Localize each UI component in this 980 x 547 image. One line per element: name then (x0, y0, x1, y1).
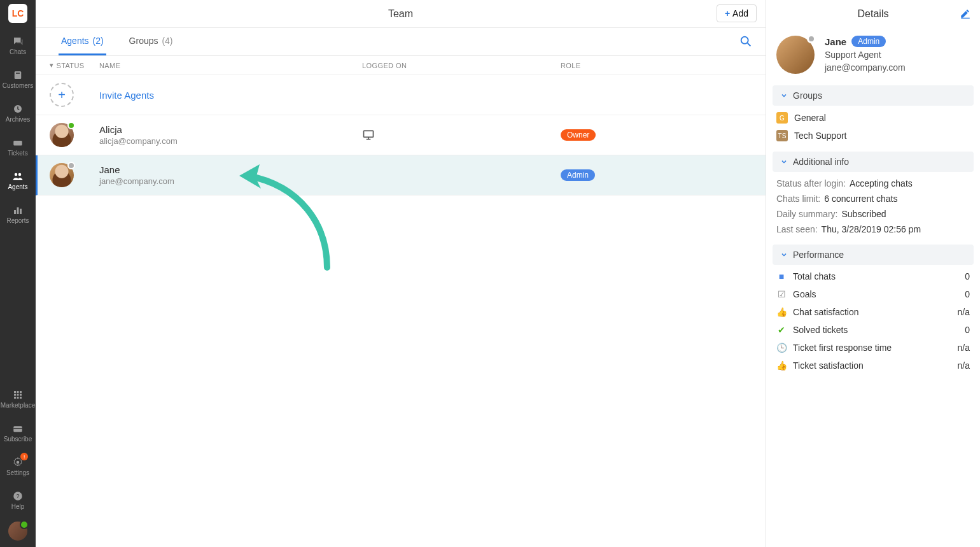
perf-label: Solved tickets (793, 325, 958, 335)
svg-point-4 (15, 173, 18, 176)
svg-rect-13 (17, 394, 19, 396)
kv-key: Status after login: (776, 178, 846, 188)
nav-label: Chats (10, 48, 26, 55)
tab-count: (4) (162, 36, 172, 46)
nav-spacer (0, 236, 36, 387)
group-badge: TS (776, 130, 788, 141)
perf-row: 👍 Chat satisfaction n/a (776, 307, 970, 317)
nav-subscribe[interactable]: Subscribe (0, 420, 36, 445)
tab-groups[interactable]: Groups (4) (127, 28, 176, 55)
nav-chats[interactable]: Chats (0, 33, 36, 58)
column-header: ▾ STATUS NAME LOGGED ON ROLE (36, 56, 766, 75)
nav-settings[interactable]: ! Settings (0, 454, 36, 479)
perf-label: Goals (793, 289, 958, 299)
chevron-down-icon (780, 158, 788, 166)
nav-agents[interactable]: Agents (0, 168, 36, 193)
marketplace-icon (12, 389, 24, 401)
details-title: Details (858, 8, 889, 20)
svg-rect-14 (20, 394, 22, 396)
nav-label: Help (11, 503, 25, 510)
svg-rect-8 (20, 209, 22, 214)
col-name[interactable]: NAME (99, 62, 362, 69)
main-header: Team + Add (36, 0, 766, 28)
tab-agents[interactable]: Agents (2) (59, 28, 106, 55)
perf-row: ✔ Solved tickets 0 (776, 325, 970, 335)
invite-plus-icon: + (50, 83, 74, 107)
svg-rect-10 (17, 391, 19, 393)
svg-point-5 (18, 173, 22, 176)
svg-rect-15 (14, 397, 16, 399)
perf-value: 0 (965, 289, 970, 299)
section-performance-header[interactable]: Performance (773, 245, 974, 265)
group-item[interactable]: G General (776, 112, 970, 124)
additional-info-list: Status after login:Accepting chats Chats… (766, 172, 980, 245)
col-logged-on[interactable]: LOGGED ON (362, 62, 561, 69)
nav-label: Subscribe (4, 436, 32, 443)
tab-label: Groups (129, 36, 158, 46)
group-badge: G (776, 112, 788, 124)
perf-value: n/a (958, 343, 970, 353)
svg-rect-9 (14, 391, 16, 393)
profile-role-badge: Admin (851, 36, 886, 47)
checkbox-icon: ☑ (776, 289, 787, 299)
profile-subtitle: Support Agent (825, 50, 906, 60)
svg-rect-16 (17, 397, 19, 399)
kv-value: Thu, 3/28/2019 02:56 pm (822, 224, 921, 234)
svg-rect-19 (13, 428, 22, 429)
perf-value: n/a (958, 360, 970, 371)
svg-rect-11 (20, 391, 22, 393)
edit-icon[interactable] (960, 8, 971, 19)
nav-archives[interactable]: Archives (0, 101, 36, 125)
nav-tickets[interactable]: Tickets (0, 134, 36, 159)
tickets-icon (12, 137, 24, 148)
svg-rect-0 (15, 71, 22, 79)
app-logo[interactable]: LC (8, 4, 27, 23)
clock-icon: 🕒 (776, 343, 787, 353)
profile-block: Jane Admin Support Agent jane@company.co… (766, 28, 980, 85)
current-user-avatar[interactable] (8, 522, 27, 541)
agent-row[interactable]: Alicja alicja@company.com Owner (36, 115, 766, 155)
add-button[interactable]: + Add (717, 4, 757, 22)
tab-label: Agents (61, 36, 89, 46)
svg-rect-7 (17, 208, 19, 215)
nav-reports[interactable]: Reports (0, 202, 36, 227)
nav-marketplace[interactable]: Marketplace (0, 387, 36, 411)
kv-value: Subscribed (841, 209, 886, 219)
perf-value: 0 (965, 271, 970, 281)
col-status[interactable]: ▾ STATUS (50, 61, 99, 69)
profile-name: Jane (825, 36, 846, 47)
group-item[interactable]: TS Tech Support (776, 130, 970, 141)
archives-icon (12, 103, 24, 115)
sort-caret-icon: ▾ (50, 61, 53, 69)
thumb-up-icon: 👍 (776, 307, 787, 317)
col-role[interactable]: ROLE (561, 62, 752, 69)
page-title: Team (388, 8, 413, 20)
section-additional-info-header[interactable]: Additional info (773, 152, 974, 172)
main-panel: Team + Add Agents (2) Groups (4) ▾ STATU… (36, 0, 766, 547)
nav-label: Archives (6, 116, 30, 123)
svg-rect-1 (16, 73, 20, 74)
search-icon[interactable] (739, 34, 753, 48)
perf-label: Ticket first response time (793, 343, 951, 353)
section-title: Additional info (793, 157, 849, 167)
kv-key: Chats limit: (776, 194, 820, 204)
invite-agents-row[interactable]: + Invite Agents (36, 75, 766, 115)
perf-label: Chat satisfaction (793, 307, 951, 317)
section-title: Performance (793, 250, 844, 260)
chat-icon (12, 36, 24, 47)
presence-indicator-offline (807, 34, 816, 43)
kv-key: Daily summary: (776, 209, 837, 219)
svg-point-23 (741, 37, 748, 44)
desktop-icon (362, 129, 561, 141)
subscribe-icon (12, 423, 24, 434)
svg-rect-6 (14, 210, 16, 214)
kv-value: Accepting chats (850, 178, 913, 188)
chevron-down-icon (780, 251, 788, 259)
section-groups-header[interactable]: Groups (773, 85, 974, 106)
kv-value: 6 concurrent chats (824, 194, 897, 204)
group-list: G General TS Tech Support (766, 106, 980, 152)
nav-help[interactable]: ? Help (0, 488, 36, 513)
profile-avatar (776, 36, 815, 74)
agent-row[interactable]: Jane jane@company.com Admin (36, 155, 766, 195)
nav-customers[interactable]: Customers (0, 67, 36, 92)
